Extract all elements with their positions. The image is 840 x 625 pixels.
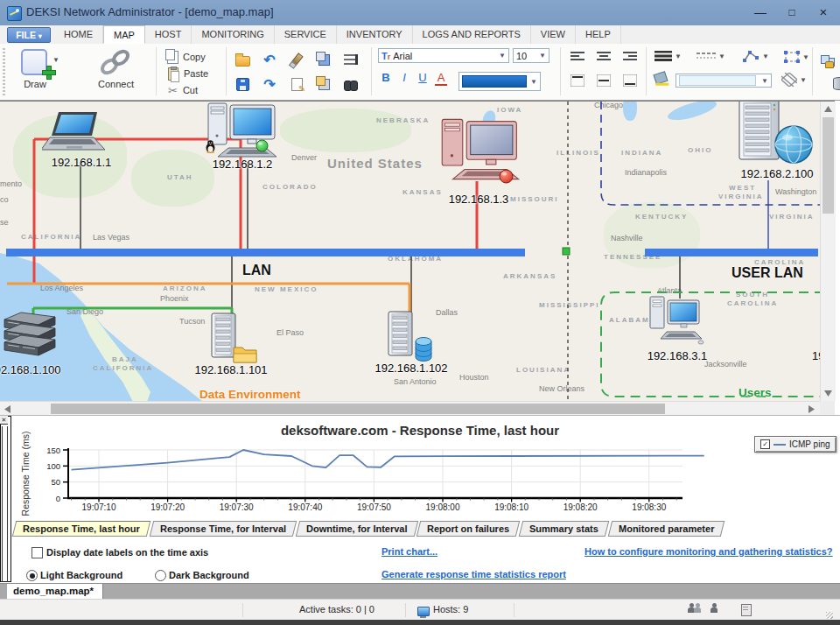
redo-button[interactable]	[260, 75, 279, 93]
ribbon-tab-logs-and-reports[interactable]: LOGS AND REPORTS	[413, 25, 531, 44]
scroll-down-icon[interactable]	[824, 390, 832, 397]
fill-color-icon[interactable]	[653, 71, 668, 85]
user-icon[interactable]	[710, 607, 717, 614]
font-color-button[interactable]: A	[435, 71, 447, 86]
chart-tab-report-on-failures[interactable]: Report on failures	[416, 521, 521, 537]
valign-top-button[interactable]	[567, 73, 588, 88]
close-button[interactable]: ×	[808, 0, 838, 25]
scroll-right-icon[interactable]	[808, 405, 815, 413]
file-menu-button[interactable]: FILE ▾	[7, 27, 51, 43]
font-size-select[interactable]: 10 ▼	[513, 48, 550, 63]
ribbon-tab-inventory[interactable]: INVENTORY	[337, 25, 413, 44]
ribbon-tab-monitoring[interactable]: MONITORING	[192, 25, 274, 44]
connect-button[interactable]: Connect	[83, 79, 149, 89]
ribbon-tab-map[interactable]: MAP	[103, 25, 145, 44]
connector-style-button[interactable]: ▼	[742, 49, 769, 63]
bold-button[interactable]: B	[378, 71, 394, 84]
draw-dropdown-caret[interactable]: ▼	[52, 56, 60, 64]
device-label-192.168.1.3[interactable]: 192.168.1.3	[449, 193, 509, 206]
valign-middle-button[interactable]	[593, 73, 614, 88]
scroll-up-icon[interactable]	[824, 106, 832, 112]
minimize-button[interactable]: —	[746, 0, 775, 25]
device-192.168.1.101[interactable]	[208, 312, 259, 369]
map-objects-lock-icon[interactable]	[821, 55, 830, 64]
bring-forward-button[interactable]	[314, 51, 333, 68]
paste-button[interactable]: Paste	[168, 66, 208, 81]
find-button[interactable]	[341, 75, 360, 93]
users-icon[interactable]	[688, 607, 694, 614]
legend-checkbox[interactable]: ✓	[760, 439, 770, 449]
chart-tab-downtime-for-interval[interactable]: Downtime, for Interval	[296, 521, 418, 537]
italic-button[interactable]: I	[396, 71, 412, 84]
light-background-radio[interactable]	[26, 570, 38, 581]
shape-frame-button[interactable]: ▼	[784, 51, 809, 63]
device-192.168.1.1[interactable]	[42, 111, 117, 158]
network-map-canvas[interactable]: United StatesNEBRASKAIOWAUTAHCOLORADOKAN…	[0, 101, 835, 402]
device-192.168.2.100[interactable]	[737, 101, 814, 170]
howto-configure-link[interactable]: How to configure monitoring and gatherin…	[584, 546, 833, 557]
connect-icon[interactable]	[98, 47, 133, 77]
font-family-select[interactable]: Tr Arial ▼	[378, 48, 509, 63]
scroll-left-icon[interactable]	[4, 405, 10, 413]
generate-report-link[interactable]: Generate response time statistics report	[382, 569, 566, 579]
valign-bottom-button[interactable]	[620, 73, 640, 88]
device-label-192.168.1.1[interactable]: 192.168.1.1	[52, 156, 112, 169]
display-date-labels-checkbox[interactable]	[32, 547, 43, 558]
ribbon-tab-help[interactable]: HELP	[576, 25, 621, 44]
line-style-button[interactable]: ▼	[696, 51, 725, 61]
maximize-button[interactable]: □	[777, 0, 807, 25]
device-192.168.1.102[interactable]	[387, 310, 436, 368]
scrollbar-thumb[interactable]	[51, 404, 665, 414]
chart-tab-summary-stats[interactable]: Summary stats	[519, 521, 609, 537]
users-icon[interactable]	[694, 607, 700, 614]
save-button[interactable]	[233, 75, 252, 93]
line-weight-button[interactable]: ▼	[654, 51, 682, 61]
print-chart-link[interactable]: Print chart...	[382, 546, 438, 557]
copy-button[interactable]: Copy	[168, 49, 206, 65]
fill-color-combo[interactable]: ▼	[676, 74, 772, 88]
edit-properties-button[interactable]	[287, 75, 306, 93]
dark-background-radio[interactable]	[155, 570, 166, 581]
resize-grip[interactable]	[826, 612, 833, 619]
scrollbar-thumb[interactable]	[822, 117, 834, 214]
title-bar[interactable]: DEKSI Network Administrator - [demo_map.…	[0, 0, 840, 25]
chart-tab-monitored-parameter[interactable]: Monitored parameter	[608, 521, 725, 537]
map-horizontal-scrollbar[interactable]	[0, 401, 820, 416]
device-192.168.1.100[interactable]	[2, 309, 58, 362]
hatch-style-button[interactable]: ▼	[781, 73, 807, 87]
device-label-192.168.1.101[interactable]: 192.168.1.101	[194, 363, 267, 376]
device-label-192.168.1.2[interactable]: 192.168.1.2	[213, 158, 273, 171]
chart-legend[interactable]: ✓ ICMP ping	[754, 436, 836, 453]
log-page-icon[interactable]	[741, 604, 752, 616]
device-label-192.168.3.1[interactable]: 192.168.3.1	[648, 349, 708, 362]
align-left-button[interactable]	[567, 49, 588, 65]
cut-button[interactable]: Cut	[168, 82, 198, 98]
device-192.168.3.1[interactable]	[648, 291, 705, 349]
align-right-button[interactable]	[620, 49, 640, 65]
chart-tab-response-time-last-hour[interactable]: Response Time, last hour	[12, 521, 150, 537]
underline-button[interactable]: U	[415, 71, 430, 84]
device-192.168.1.2[interactable]	[206, 101, 280, 165]
toolbar-grip[interactable]	[3, 48, 5, 95]
ribbon-tab-view[interactable]: VIEW	[531, 25, 576, 44]
chart-tab-response-time-for-interval[interactable]: Response Time, for Interval	[149, 521, 297, 537]
zone-label-data-environment[interactable]: Data Environment	[200, 388, 301, 401]
zone-label-users[interactable]: Users	[738, 386, 772, 399]
format-painter-button[interactable]	[287, 51, 306, 68]
device-label-192.168.2.100[interactable]: 192.168.2.100	[740, 167, 813, 180]
text-color-combo[interactable]: ▼	[458, 72, 541, 91]
draw-button[interactable]	[21, 49, 47, 75]
ribbon-tab-service[interactable]: SERVICE	[275, 25, 337, 44]
zone-label-lan[interactable]: LAN	[242, 263, 271, 278]
device-label-192.168.1.102[interactable]: 192.168.1.102	[374, 362, 447, 375]
undo-button[interactable]	[260, 51, 279, 68]
ribbon-tab-host[interactable]: HOST	[145, 25, 192, 44]
device-label-192.168.1.100[interactable]: 192.168.1.100	[0, 363, 61, 376]
send-backward-button[interactable]	[314, 75, 333, 93]
folder-open-button[interactable]	[233, 51, 252, 68]
align-edges-button[interactable]	[341, 51, 360, 68]
map-vertical-scrollbar[interactable]	[820, 102, 836, 401]
align-center-button[interactable]	[593, 49, 614, 65]
zone-label-user-lan[interactable]: USER LAN	[732, 265, 803, 281]
ribbon-tab-home[interactable]: HOME	[54, 25, 103, 44]
